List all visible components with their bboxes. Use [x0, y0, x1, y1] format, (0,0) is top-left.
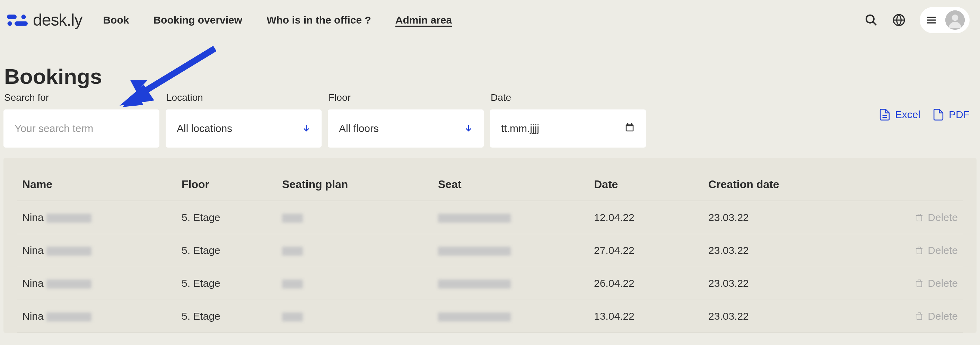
calendar-icon: [624, 122, 635, 135]
location-value: All locations: [177, 122, 232, 134]
cell-seat: xxxxxxxxxxx: [433, 201, 589, 234]
table-row[interactable]: Nina xxxxxxxx 5. Etage xxx xxxxxxxxxxx 1…: [18, 201, 963, 234]
nav-book[interactable]: Book: [103, 14, 129, 26]
cell-date: 26.04.22: [589, 267, 703, 300]
cell-seat: xxxxxxxxxxx: [433, 234, 589, 267]
cell-name: Nina xxxxxxxx: [18, 234, 177, 267]
avatar: [945, 10, 965, 30]
export-buttons: Excel PDF: [879, 108, 977, 131]
delete-button[interactable]: Delete: [847, 211, 958, 223]
cell-floor: 5. Etage: [177, 300, 277, 333]
th-floor[interactable]: Floor: [177, 169, 277, 201]
svg-rect-0: [7, 14, 17, 19]
table-row[interactable]: Nina xxxxxxxx 5. Etage xxx xxxxxxxxxxx 2…: [18, 234, 963, 267]
profile-menu[interactable]: [920, 7, 970, 33]
cell-floor: 5. Etage: [177, 201, 277, 234]
trash-icon: [915, 213, 924, 223]
cell-creation-date: 23.03.22: [703, 234, 842, 267]
floor-dropdown[interactable]: All floors: [328, 110, 484, 148]
nav: Book Booking overview Who is in the offi…: [103, 14, 452, 26]
main: Bookings Search for Location All locatio…: [0, 64, 980, 333]
nav-booking-overview[interactable]: Booking overview: [153, 14, 242, 26]
cell-seat: xxxxxxxxxxx: [433, 300, 589, 333]
filters-row: Search for Location All locations Floor …: [3, 92, 977, 148]
cell-seating-plan: xxx: [277, 201, 433, 234]
svg-rect-19: [627, 126, 633, 130]
logo-text: desk.ly: [33, 10, 82, 29]
svg-rect-20: [627, 123, 628, 125]
cell-name: Nina xxxxxxxx: [18, 267, 177, 300]
table-container: Name Floor Seating plan Seat Date Creati…: [3, 158, 977, 333]
hamburger-icon: [924, 13, 939, 27]
cell-seating-plan: xxx: [277, 267, 433, 300]
floor-label: Floor: [328, 92, 484, 103]
search-input[interactable]: [3, 110, 159, 148]
svg-line-5: [873, 21, 877, 25]
th-actions: [842, 169, 963, 201]
export-excel-button[interactable]: Excel: [879, 108, 920, 121]
table-row[interactable]: Nina xxxxxxxx 5. Etage xxx xxxxxxxxxxx 1…: [18, 300, 963, 333]
date-placeholder: tt.mm.jjjj: [501, 122, 539, 134]
cell-creation-date: 23.03.22: [703, 201, 842, 234]
cell-name: Nina xxxxxxxx: [18, 201, 177, 234]
nav-admin-area[interactable]: Admin area: [395, 14, 452, 26]
location-label: Location: [165, 92, 321, 103]
delete-label: Delete: [928, 310, 958, 322]
svg-point-1: [21, 14, 26, 19]
cell-delete: Delete: [842, 300, 963, 333]
cell-date: 13.04.22: [589, 300, 703, 333]
filter-date: Date tt.mm.jjjj: [490, 92, 646, 148]
export-pdf-label: PDF: [949, 109, 970, 121]
delete-button[interactable]: Delete: [847, 310, 958, 322]
cell-seating-plan: xxx: [277, 234, 433, 267]
th-date[interactable]: Date: [589, 169, 703, 201]
delete-button[interactable]: Delete: [847, 277, 958, 289]
filter-search: Search for: [3, 92, 159, 148]
logo[interactable]: desk.ly: [7, 10, 82, 29]
cell-floor: 5. Etage: [177, 267, 277, 300]
cell-delete: Delete: [842, 201, 963, 234]
nav-who-office[interactable]: Who is in the office ?: [266, 14, 371, 26]
trash-icon: [915, 312, 924, 321]
header: desk.ly Book Booking overview Who is in …: [0, 0, 980, 40]
cell-delete: Delete: [842, 234, 963, 267]
delete-label: Delete: [928, 211, 958, 223]
svg-point-4: [866, 15, 874, 22]
header-right: [864, 7, 970, 33]
page-title: Bookings: [3, 64, 977, 89]
floor-value: All floors: [339, 122, 379, 134]
export-pdf-button[interactable]: PDF: [933, 108, 970, 121]
cell-seat: xxxxxxxxxxx: [433, 267, 589, 300]
th-creation-date[interactable]: Creation date: [703, 169, 842, 201]
location-dropdown[interactable]: All locations: [165, 110, 321, 148]
filter-location: Location All locations: [165, 92, 321, 148]
th-seating-plan[interactable]: Seating plan: [277, 169, 433, 201]
cell-name: Nina xxxxxxxx: [18, 300, 177, 333]
globe-icon[interactable]: [892, 13, 906, 27]
cell-creation-date: 23.03.22: [703, 300, 842, 333]
cell-delete: Delete: [842, 267, 963, 300]
search-icon[interactable]: [864, 13, 878, 27]
date-label: Date: [490, 92, 646, 103]
svg-rect-21: [631, 123, 632, 125]
bookings-table: Name Floor Seating plan Seat Date Creati…: [18, 169, 963, 333]
trash-icon: [915, 278, 924, 288]
svg-point-2: [8, 21, 12, 25]
th-name[interactable]: Name: [18, 169, 177, 201]
th-seat[interactable]: Seat: [433, 169, 589, 201]
file-icon: [879, 108, 890, 121]
export-excel-label: Excel: [895, 109, 920, 121]
delete-label: Delete: [928, 245, 958, 256]
table-row[interactable]: Nina xxxxxxxx 5. Etage xxx xxxxxxxxxxx 2…: [18, 267, 963, 300]
file-icon: [933, 108, 944, 121]
cell-seating-plan: xxx: [277, 300, 433, 333]
delete-button[interactable]: Delete: [847, 245, 958, 256]
filter-floor: Floor All floors: [328, 92, 484, 148]
cell-date: 12.04.22: [589, 201, 703, 234]
svg-rect-3: [14, 21, 28, 25]
cell-creation-date: 23.03.22: [703, 267, 842, 300]
logo-icon: [7, 13, 29, 27]
cell-date: 27.04.22: [589, 234, 703, 267]
delete-label: Delete: [928, 277, 958, 289]
date-input[interactable]: tt.mm.jjjj: [490, 110, 646, 148]
